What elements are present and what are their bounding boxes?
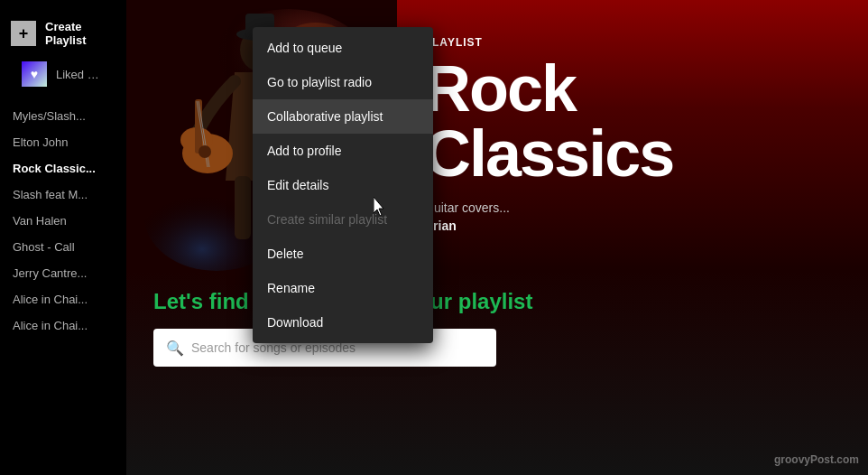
playlist-type-label: PLAYLIST [424,36,841,49]
sidebar-item-elton-john[interactable]: Elton John [0,129,126,155]
context-menu-download[interactable]: Download [253,305,433,340]
create-playlist-button[interactable]: + Create Playlist [11,14,115,52]
playlist-info: PLAYLIST Rock Classics Guitar covers... … [397,0,868,271]
context-menu-create-similar-playlist: Create similar playlist [253,202,433,237]
playlist-area: J PLAYLIST Rock Classics Guitar covers..… [126,0,868,271]
liked-songs-button[interactable]: ♥ Liked S... [11,56,115,92]
sidebar-header: + Create Playlist ♥ Liked S... [0,0,126,99]
playlist-owner: Brian [424,219,841,233]
playlist-description: Guitar covers... [424,200,841,215]
context-menu-add-to-profile[interactable]: Add to profile [253,134,433,168]
context-menu-collaborative-playlist[interactable]: Collaborative playlist [253,99,433,134]
sidebar-item-alice-2[interactable]: Alice in Chai... [0,312,126,339]
svg-point-11 [199,145,211,158]
main-content: J PLAYLIST Rock Classics Guitar covers..… [126,0,868,475]
sidebar-item-van-halen[interactable]: Van Halen [0,208,126,234]
playlist-title: Rock Classics [424,56,841,186]
context-menu: Add to queue Go to playlist radio Collab… [253,27,433,343]
sidebar-item-ghost-call[interactable]: Ghost - Call [0,234,126,260]
svg-rect-12 [235,176,251,239]
sidebar-item-alice-1[interactable]: Alice in Chai... [0,286,126,312]
sidebar: + Create Playlist ♥ Liked S... Myles/Sla… [0,0,126,475]
bottom-area: Let's find something for your playlist 🔍… [126,271,868,475]
create-playlist-label: Create Playlist [45,20,115,47]
sidebar-item-rock-classics[interactable]: Rock Classic... [0,155,126,182]
sidebar-item-jerry-cantre[interactable]: Jerry Cantre... [0,260,126,286]
search-icon: 🔍 [166,340,184,357]
context-menu-delete[interactable]: Delete [253,237,433,271]
liked-songs-label: Liked S... [56,68,105,81]
heart-icon: ♥ [22,61,47,87]
sidebar-item-myles-slash[interactable]: Myles/Slash... [0,103,126,129]
watermark: groovyPost.com [774,453,859,466]
plus-icon: + [11,21,36,46]
context-menu-go-to-playlist-radio[interactable]: Go to playlist radio [253,65,433,99]
context-menu-rename[interactable]: Rename [253,271,433,305]
sidebar-item-slash-feat[interactable]: Slash feat M... [0,182,126,208]
context-menu-edit-details[interactable]: Edit details [253,168,433,202]
find-something-prefix: L [153,289,167,313]
sidebar-items-list: Myles/Slash... Elton John Rock Classic..… [0,99,126,342]
context-menu-add-to-queue[interactable]: Add to queue [253,31,433,65]
